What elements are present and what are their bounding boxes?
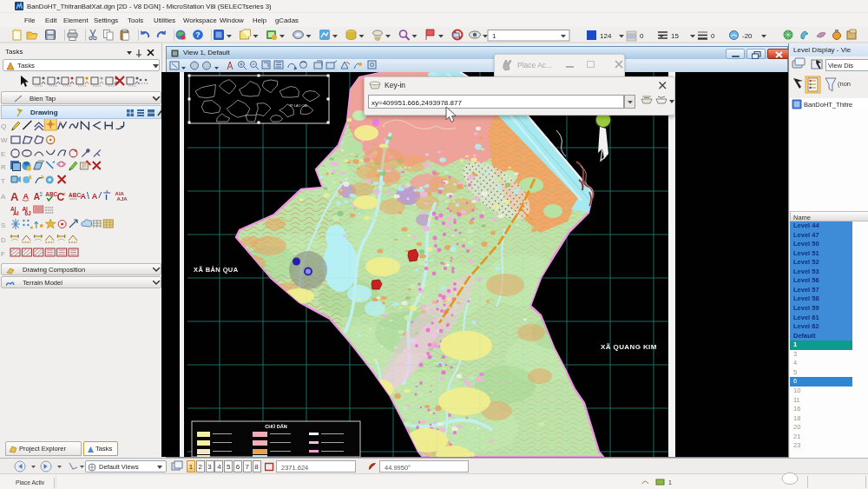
svg-text:I: I [105, 193, 108, 202]
svg-text:F: F [1, 250, 5, 258]
svg-text:W: W [1, 136, 8, 144]
svg-text:15: 15 [671, 32, 679, 40]
svg-text:Q: Q [1, 122, 6, 130]
svg-text:AI: AI [13, 210, 19, 216]
svg-text:A: A [92, 192, 98, 201]
svg-text:0: 0 [640, 32, 644, 40]
svg-text:XÃ BẢN QUA: XÃ BẢN QUA [194, 266, 239, 274]
svg-text:A: A [23, 192, 29, 201]
svg-text:124: 124 [600, 32, 612, 40]
svg-text:AJA: AJA [117, 196, 128, 202]
svg-text:S: S [1, 221, 5, 229]
svg-text:c: c [63, 191, 66, 196]
svg-text:T: T [1, 177, 5, 185]
svg-text:?: ? [195, 30, 201, 39]
svg-text:R: R [1, 163, 6, 171]
svg-text:-20: -20 [742, 32, 753, 40]
svg-text:A: A [10, 190, 19, 203]
svg-text:A: A [80, 192, 86, 201]
svg-text:A: A [34, 192, 40, 202]
svg-text:XÃ QUANG KIM: XÃ QUANG KIM [601, 343, 657, 351]
svg-text:6J: 6J [24, 210, 31, 216]
svg-text:1: 1 [492, 32, 496, 40]
svg-text:CHÚ DẤN: CHÚ DẤN [265, 424, 286, 429]
svg-text:ABC: ABC [69, 192, 81, 198]
svg-text:1: 1 [668, 479, 672, 486]
svg-text:TP LAO CAI: TP LAO CAI [289, 104, 307, 108]
svg-text:0: 0 [711, 32, 715, 40]
svg-text:D: D [1, 236, 6, 244]
svg-text:A: A [1, 193, 6, 201]
svg-text:E: E [1, 150, 5, 158]
